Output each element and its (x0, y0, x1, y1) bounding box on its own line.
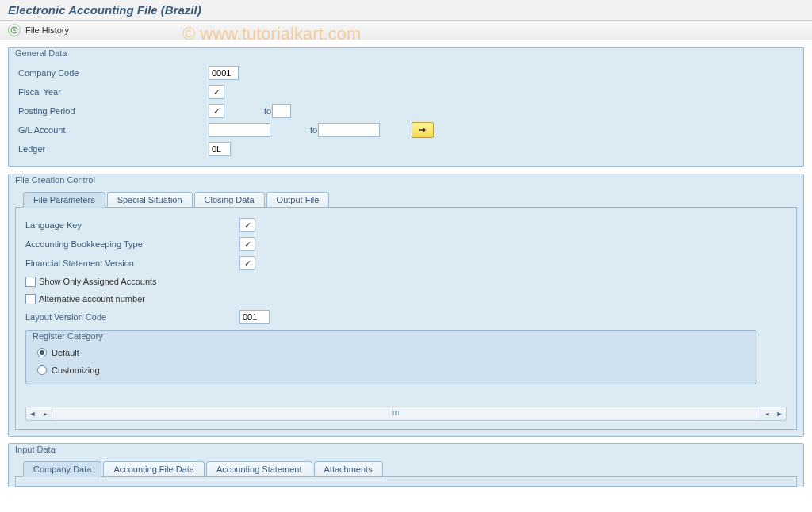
fiscal-year-input[interactable] (209, 85, 224, 99)
fin-stmt-ver-input[interactable] (239, 256, 255, 270)
tab-file-parameters[interactable]: File Parameters (23, 192, 105, 208)
scroll-left-icon[interactable]: ◄ (26, 407, 39, 420)
layout-version-input[interactable] (239, 310, 270, 324)
radio-default[interactable] (37, 348, 47, 357)
posting-period-to-input[interactable] (272, 104, 291, 118)
content-area: General Data Company Code Fiscal Year Po… (0, 40, 812, 495)
gl-account-to-input[interactable] (318, 123, 380, 137)
ledger-label: Ledger (18, 144, 209, 154)
posting-period-to-label: to (224, 106, 272, 116)
input-data-group: Input Data Company Data Accounting File … (8, 443, 804, 487)
horizontal-scrollbar[interactable]: ◄ ▸ ◂ ► (25, 407, 787, 421)
radio-customizing[interactable] (37, 365, 47, 375)
scroll-right-icon[interactable]: ► (773, 407, 786, 420)
radio-customizing-label: Customizing (52, 365, 100, 375)
file-history-button[interactable]: File History (25, 25, 69, 35)
tab-accounting-statement[interactable]: Accounting Statement (206, 461, 312, 476)
language-key-input[interactable] (239, 218, 255, 232)
general-data-legend: General Data (9, 47, 803, 58)
show-only-assigned-checkbox[interactable] (25, 277, 36, 287)
general-data-group: General Data Company Code Fiscal Year Po… (8, 47, 804, 167)
scroll-right-step-icon[interactable]: ◂ (760, 407, 773, 420)
tab-accounting-file-data[interactable]: Accounting File Data (103, 461, 205, 476)
tab-closing-data[interactable]: Closing Data (194, 192, 265, 207)
fiscal-year-label: Fiscal Year (18, 87, 209, 97)
register-category-group: Register Category Default Customizing (25, 330, 756, 384)
scroll-left-step-icon[interactable]: ▸ (39, 407, 52, 420)
company-code-label: Company Code (18, 68, 209, 78)
execute-icon[interactable] (8, 24, 21, 36)
acct-book-type-input[interactable] (239, 237, 255, 251)
layout-version-label: Layout Version Code (25, 312, 239, 322)
tab-company-data[interactable]: Company Data (23, 461, 102, 477)
posting-period-label: Posting Period (18, 106, 209, 116)
file-creation-control-group: File Creation Control File Parameters Sp… (8, 174, 804, 437)
alt-acct-num-label: Alternative account number (39, 294, 145, 304)
tab-output-file[interactable]: Output File (266, 192, 330, 207)
gl-account-from-input[interactable] (209, 123, 270, 137)
language-key-label: Language Key (25, 220, 239, 230)
radio-default-label: Default (52, 348, 79, 357)
tab-special-situation[interactable]: Special Situation (107, 192, 193, 207)
fcc-legend: File Creation Control (9, 174, 803, 185)
fcc-tabstrip: File Parameters Special Situation Closin… (15, 190, 797, 208)
posting-period-from-input[interactable] (209, 104, 224, 118)
gl-account-to-label: to (270, 125, 318, 135)
alt-acct-num-checkbox[interactable] (25, 294, 36, 304)
scroll-track[interactable] (52, 408, 760, 419)
gl-account-label: G/L Account (18, 125, 209, 135)
multiple-selection-button[interactable] (412, 122, 434, 138)
company-code-input[interactable] (209, 66, 239, 80)
fin-stmt-ver-label: Financial Statement Version (25, 258, 239, 268)
input-data-tabpane (15, 477, 797, 487)
input-data-legend: Input Data (9, 443, 803, 454)
input-data-tabstrip: Company Data Accounting File Data Accoun… (15, 460, 797, 477)
ledger-input[interactable] (209, 142, 231, 156)
show-only-assigned-label: Show Only Assigned Accounts (39, 277, 157, 286)
tab-attachments[interactable]: Attachments (314, 461, 383, 476)
register-category-legend: Register Category (26, 331, 756, 341)
toolbar: File History (0, 21, 812, 40)
page-title: Electronic Accounting File (Brazil) (8, 3, 804, 17)
title-bar: Electronic Accounting File (Brazil) (0, 0, 812, 21)
acct-book-type-label: Accounting Bookkeeping Type (25, 239, 239, 249)
fcc-tabpane: Language Key Accounting Bookkeeping Type… (15, 208, 797, 430)
